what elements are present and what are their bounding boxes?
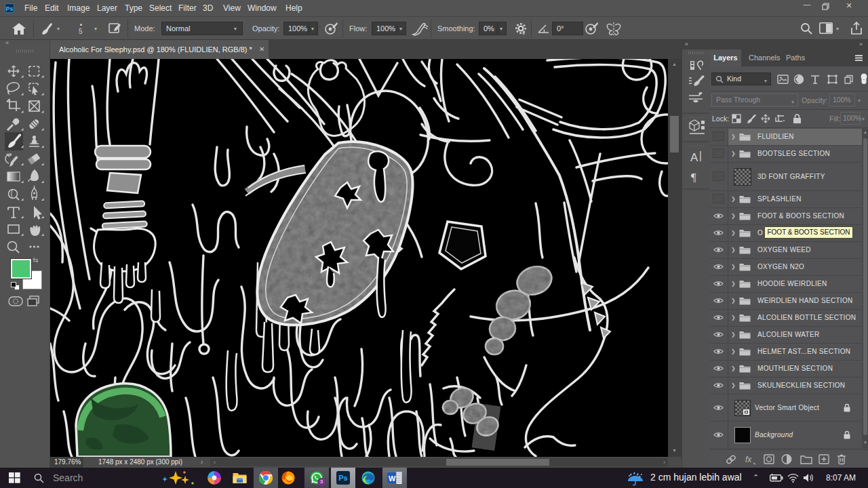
svg-text:A: A: [690, 151, 698, 164]
svg-text:fx: fx: [745, 455, 752, 464]
svg-text:¶: ¶: [691, 171, 696, 184]
svg-text:W: W: [389, 474, 396, 483]
